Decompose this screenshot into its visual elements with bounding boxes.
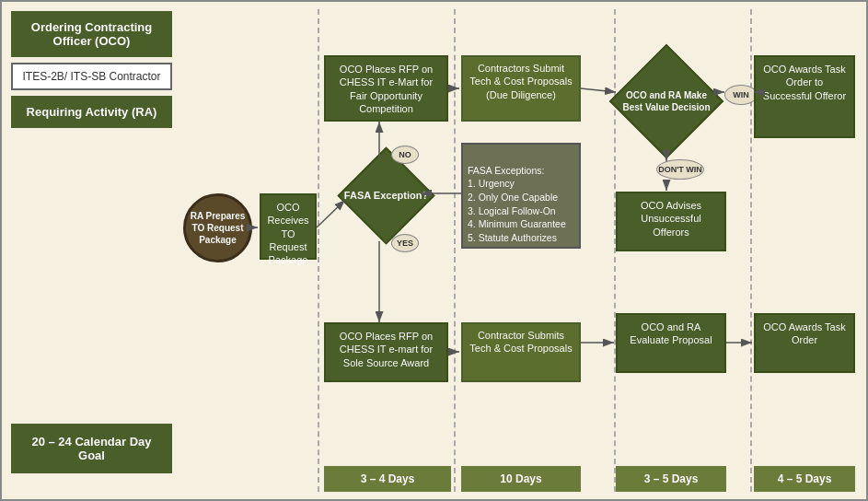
no-label: NO (391, 146, 419, 164)
oco-rfp-sole-node: OCO Places RFP on CHESS IT e-mart for So… (324, 322, 448, 382)
divider-4 (750, 9, 752, 492)
ites-legend: ITES-2B/ ITS-SB Contractor (11, 63, 172, 90)
best-value-diamond: OCO and RA Make Best Value Decision (616, 51, 717, 152)
oco-awards-task2-node: OCO Awards Task Order (754, 313, 855, 373)
legend: Ordering Contracting Officer (OCO) ITES-… (11, 11, 172, 128)
oco-legend: Ordering Contracting Officer (OCO) (11, 11, 172, 57)
days-col2: 10 Days (461, 466, 581, 492)
ra-legend: Requiring Activity (RA) (11, 96, 172, 128)
divider-2 (454, 9, 456, 492)
divider-1 (318, 9, 319, 492)
goal-box: 20 – 24 Calendar Day Goal (11, 424, 172, 473)
fasa-exceptions-node: FASA Exceptions: 1. Urgency 2. Only One … (461, 143, 581, 249)
flowchart: RA Prepares TO Request Package OCO Recei… (181, 9, 859, 492)
days-col4: 4 – 5 Days (754, 466, 855, 492)
days-col1: 3 – 4 Days (324, 466, 451, 492)
main-container: Ordering Contracting Officer (OCO) ITES-… (0, 0, 868, 501)
win-label: WIN (724, 85, 758, 105)
oco-advises-node: OCO Advises Unsuccessful Offerors (616, 192, 726, 251)
contractor-submits-node: Contractor Submits Tech & Cost Proposals (461, 322, 581, 382)
dont-win-label: DON'T WIN (656, 159, 704, 180)
yes-label: YES (391, 234, 419, 252)
oco-rfp-fair-node: OCO Places RFP on CHESS IT e-Mart for Fa… (324, 55, 448, 122)
ra-prepares-node: RA Prepares TO Request Package (183, 193, 252, 262)
fasa-diamond: FASA Exception? (342, 152, 430, 239)
svg-line-8 (581, 88, 616, 92)
oco-ra-evaluate-node: OCO and RA Evaluate Proposal (616, 313, 726, 373)
oco-receives-node: OCO Receives TO Request Package (260, 193, 317, 260)
oco-awards-task-node: OCO Awards Task Order to Successful Offe… (754, 55, 855, 138)
svg-line-2 (317, 200, 345, 227)
days-col3: 3 – 5 Days (616, 466, 726, 492)
contractors-submit-node: Contractors Submit Tech & Cost Proposals… (461, 55, 581, 122)
